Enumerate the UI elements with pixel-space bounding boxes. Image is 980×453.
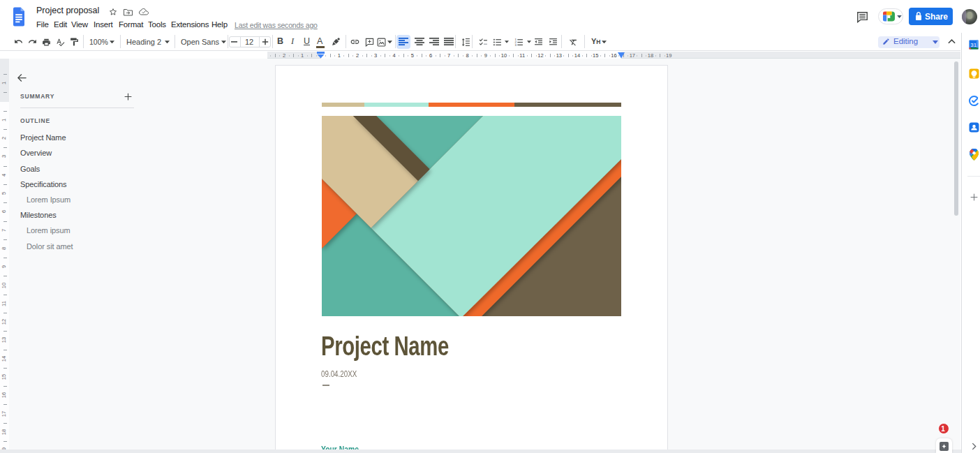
svg-text:31: 31 xyxy=(970,42,977,48)
svg-text:3: 3 xyxy=(514,43,517,47)
